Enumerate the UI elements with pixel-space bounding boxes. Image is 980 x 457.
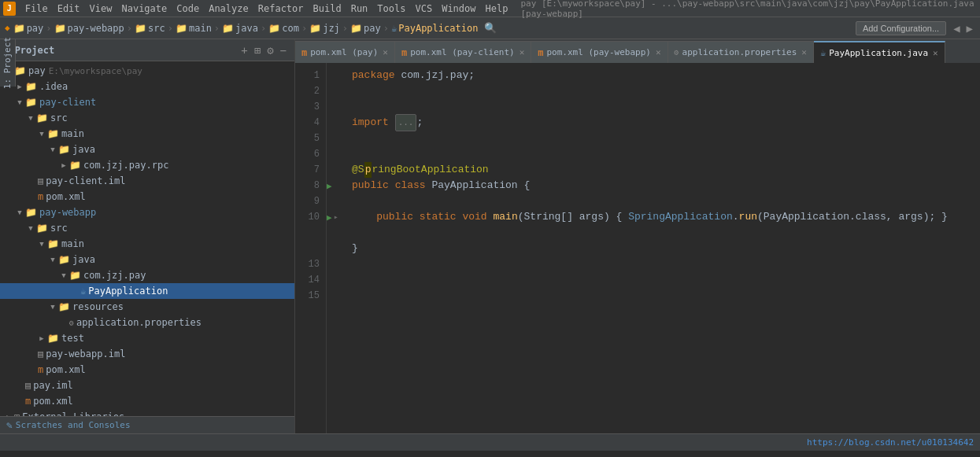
tree-arrow-src1: ▼ [25, 114, 36, 122]
breadcrumb-pay-webapp[interactable]: 📁 pay-webapp [54, 23, 124, 34]
folder-icon-src2: 📁 [36, 223, 48, 234]
tree-item-appprops[interactable]: ⚙ application.properties [0, 315, 294, 330]
search-icon[interactable]: 🔍 [484, 22, 497, 34]
menu-run[interactable]: Run [346, 2, 373, 16]
tree-item-java2[interactable]: ▼ 📁 java [0, 252, 294, 267]
folder-icon7: 📁 [309, 23, 321, 34]
java-icon: ☕ [391, 23, 397, 34]
tab-close-appprops[interactable]: ✕ [801, 47, 807, 57]
menu-vcs[interactable]: VCS [410, 2, 437, 16]
sidebar-minimize-btn[interactable]: − [279, 44, 288, 57]
code-editor[interactable]: package com.jzj.pay; import ... ; [342, 63, 980, 433]
tree-label-test: test [61, 333, 84, 344]
tabs-bar: m pom.xml (pay) ✕ m pom.xml (pay-client)… [295, 39, 980, 63]
tree-item-payapplication[interactable]: ☕ PayApplication [0, 283, 294, 299]
breadcrumb-jzj[interactable]: 📁 jzj [309, 23, 340, 34]
tree-label-paywebapp-iml: pay-webapp.iml [46, 348, 125, 359]
fold-10[interactable]: ▸ [334, 212, 338, 222]
tree-item-pay-webapp[interactable]: ▼ 📁 pay-webapp [0, 205, 294, 220]
tree-label-payclient: pay-client [39, 97, 96, 108]
menu-edit[interactable]: Edit [53, 2, 85, 16]
menu-help[interactable]: Help [481, 2, 513, 16]
tree-item-java1[interactable]: ▼ 📁 java [0, 142, 294, 157]
tab-pom-payclient[interactable]: m pom.xml (pay-client) ✕ [395, 41, 531, 63]
sidebar-add-btn[interactable]: + [239, 44, 249, 57]
tab-close-payapp[interactable]: ✕ [933, 48, 938, 58]
tab-pom-pay[interactable]: m pom.xml (pay) ✕ [295, 41, 395, 63]
tree-item-pay-root[interactable]: ▼ 📁 pay E:\myworkspace\pay [0, 63, 294, 79]
add-configuration-button[interactable]: Add Configuration... [856, 21, 946, 35]
menu-tools[interactable]: Tools [372, 2, 410, 16]
breadcrumb-payapp[interactable]: ☕ PayApplication [391, 23, 478, 34]
editor-panel: m pom.xml (pay) ✕ m pom.xml (pay-client)… [295, 39, 980, 433]
folder-icon3: 📁 [135, 23, 146, 34]
editor-content[interactable]: 1 2 3 4 5 6 7 8 9 10 13 14 15 [295, 63, 980, 433]
breadcrumb-com[interactable]: 📁 com [268, 23, 299, 34]
breadcrumb-main[interactable]: 📁 main [176, 23, 212, 34]
menu-navigate[interactable]: Navigate [116, 2, 172, 16]
menu-analyze[interactable]: Analyze [204, 2, 253, 16]
status-url[interactable]: https://blog.csdn.net/u010134642 [807, 437, 974, 448]
sidebar-settings-btn[interactable]: ⚙ [265, 44, 275, 57]
tree-item-ext-libs[interactable]: ▶ ⊞ External Libraries [0, 409, 294, 416]
tree-path-pay: E:\myworkspace\pay [49, 66, 142, 76]
code-line-3 [352, 99, 971, 115]
tree-item-payclient-iml[interactable]: ▤ pay-client.iml [0, 173, 294, 189]
tree-item-src1[interactable]: ▼ 📁 src [0, 110, 294, 126]
tab-application-props[interactable]: ⚙ application.properties ✕ [668, 41, 814, 63]
tab-pom-paywebapp[interactable]: m pom.xml (pay-webapp) ✕ [531, 41, 668, 63]
breadcrumb-pay[interactable]: 📁 pay [13, 23, 44, 34]
tree-item-pay-iml[interactable]: ▤ pay.iml [0, 378, 294, 393]
menu-view[interactable]: View [85, 2, 117, 16]
sidebar-layout-btn[interactable]: ⊞ [253, 44, 262, 57]
tab-close-pom-paywebapp[interactable]: ✕ [656, 47, 661, 57]
tree-item-com-jzj-rpc[interactable]: ▶ 📁 com.jzj.pay.rpc [0, 157, 294, 173]
menu-code[interactable]: Code [172, 2, 204, 16]
tree-item-main2[interactable]: ▼ 📁 main [0, 236, 294, 252]
tree-item-main1[interactable]: ▼ 📁 main [0, 126, 294, 142]
tree-label-src2: src [50, 223, 68, 234]
folder-icon8: 📁 [350, 23, 362, 34]
xml-icon1: m [38, 191, 43, 202]
tree-label-appprops: application.properties [76, 317, 202, 328]
menu-refactor[interactable]: Refactor [253, 2, 309, 16]
tree-label-pay: pay [28, 65, 46, 76]
menu-file[interactable]: File [20, 2, 53, 16]
tree-item-pay-client[interactable]: ▼ 📁 pay-client [0, 94, 294, 110]
tree-item-test[interactable]: ▶ 📁 test [0, 330, 294, 346]
tab-xml-icon1: m [301, 47, 307, 58]
tree-item-src2[interactable]: ▼ 📁 src [0, 220, 294, 236]
tree-item-resources[interactable]: ▼ 📁 resources [0, 299, 294, 315]
run-arrow-8[interactable]: ▶ [327, 181, 332, 191]
iml-icon2: ▤ [38, 348, 43, 359]
vertical-project-tab[interactable]: 1: Project [0, 39, 16, 87]
breadcrumb-pay2[interactable]: 📁 pay [350, 23, 381, 34]
breadcrumb-label: pay [27, 23, 44, 34]
tree-arrow-resources: ▼ [47, 303, 58, 311]
code-line-8: public class PayApplication { [352, 178, 971, 193]
tree-item-paywebapp-iml[interactable]: ▤ pay-webapp.iml [0, 346, 294, 362]
menu-build[interactable]: Build [309, 2, 346, 16]
tab-xml-icon3: m [538, 47, 543, 58]
breadcrumb-src[interactable]: 📁 src [135, 23, 165, 34]
tab-label-pom-pay: pom.xml (pay) [310, 47, 378, 57]
scratches-consoles[interactable]: ✎ Scratches and Consoles [0, 416, 294, 433]
tree-label-paywebapp: pay-webapp [39, 207, 96, 218]
tab-payapplication[interactable]: ☕ PayApplication.java ✕ [814, 41, 945, 63]
tab-xml-icon2: m [401, 47, 407, 58]
nav-prev-arrow[interactable]: ◀ [951, 22, 962, 35]
app-logo: J [3, 2, 16, 16]
tree-item-idea[interactable]: ▶ 📁 .idea [0, 79, 294, 94]
tree-item-pom-payclient[interactable]: m pom.xml [0, 189, 294, 205]
breadcrumb-java[interactable]: 📁 java [222, 23, 258, 34]
run-arrow-10[interactable]: ▶ [327, 212, 332, 223]
tab-close-pom-pay[interactable]: ✕ [383, 47, 388, 57]
code-line-2 [352, 83, 971, 99]
tree-item-com-jzj-pay[interactable]: ▼ 📁 com.jzj.pay [0, 267, 294, 283]
tree-item-pom-root[interactable]: m pom.xml [0, 393, 294, 409]
tab-close-pom-payclient[interactable]: ✕ [520, 47, 525, 57]
code-line-7: @SpringBootApplication [352, 162, 971, 178]
tree-item-pom-paywebapp[interactable]: m pom.xml [0, 362, 294, 378]
menu-window[interactable]: Window [437, 2, 480, 16]
nav-next-arrow[interactable]: ▶ [964, 22, 975, 35]
